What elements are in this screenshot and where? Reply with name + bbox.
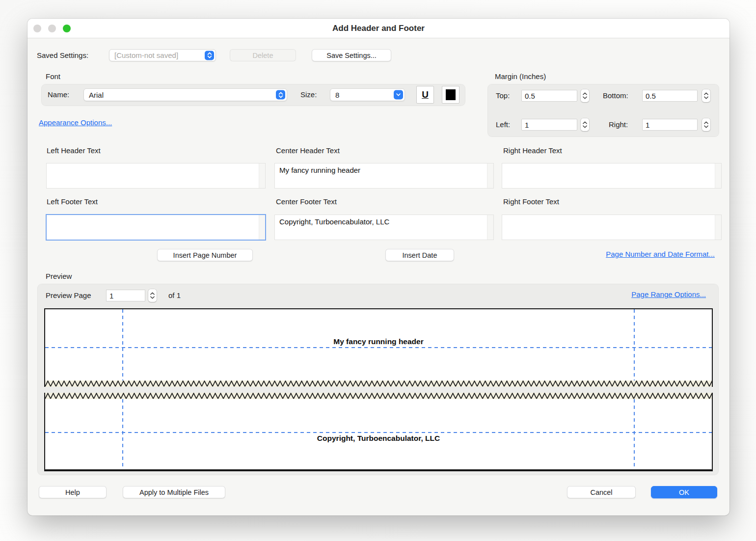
- saved-settings-label: Saved Settings:: [37, 51, 88, 59]
- delete-button[interactable]: Delete: [230, 49, 296, 61]
- left-header-textarea[interactable]: [46, 163, 266, 189]
- margin-section-label: Margin (Inches): [495, 72, 546, 81]
- margin-left-label: Left:: [496, 120, 510, 129]
- torn-edge-icon: [45, 393, 712, 399]
- font-size-value: 8: [335, 91, 339, 99]
- preview-section-label: Preview: [46, 272, 72, 280]
- help-button[interactable]: Help: [39, 486, 107, 498]
- saved-settings-select[interactable]: [Custom-not saved]: [109, 49, 216, 61]
- window-title: Add Header and Footer: [27, 19, 729, 38]
- cancel-button[interactable]: Cancel: [567, 486, 636, 498]
- font-name-value: Arial: [89, 91, 104, 99]
- scrollbar-track: [259, 215, 265, 240]
- preview-page-stepper[interactable]: [148, 289, 157, 302]
- ok-button[interactable]: OK: [651, 486, 717, 498]
- preview-groupbox: Preview Page of 1 Page Range Options... …: [37, 284, 719, 475]
- right-header-label: Right Header Text: [503, 146, 562, 155]
- preview-of-label: of 1: [168, 291, 181, 299]
- right-footer-textarea[interactable]: [502, 215, 722, 240]
- margin-top-input[interactable]: [521, 90, 577, 102]
- center-header-value: My fancy running header: [279, 166, 360, 174]
- margin-bottom-stepper[interactable]: [702, 89, 710, 102]
- preview-page-bottom: Copyright, Turboencabulator, LLC: [44, 393, 713, 471]
- top-margin-guide: [45, 347, 712, 348]
- center-footer-label: Center Footer Text: [276, 197, 337, 206]
- font-size-select[interactable]: 8: [330, 88, 405, 101]
- margin-right-input[interactable]: [642, 119, 698, 131]
- font-name-label: Name:: [48, 90, 69, 99]
- page-number-date-format-link[interactable]: Page Number and Date Format...: [606, 250, 715, 258]
- saved-settings-value: [Custom-not saved]: [114, 51, 178, 59]
- margin-left-input[interactable]: [521, 119, 577, 131]
- apply-to-multiple-files-button[interactable]: Apply to Multiple Files: [123, 486, 225, 498]
- chevron-down-icon: [394, 90, 403, 100]
- margin-left-stepper[interactable]: [581, 118, 589, 131]
- font-size-label: Size:: [300, 90, 317, 99]
- maximize-icon[interactable]: [63, 25, 71, 32]
- preview-page-input[interactable]: [106, 290, 145, 301]
- center-header-label: Center Header Text: [276, 146, 340, 155]
- left-footer-textarea[interactable]: [46, 215, 266, 240]
- preview-page-label: Preview Page: [46, 291, 91, 299]
- underline-button[interactable]: U: [416, 86, 434, 104]
- close-icon[interactable]: [33, 25, 41, 32]
- appearance-options-link[interactable]: Appearance Options...: [39, 118, 112, 127]
- minimize-icon[interactable]: [48, 25, 56, 32]
- margin-bottom-label: Bottom:: [603, 91, 628, 100]
- font-section-label: Font: [46, 72, 60, 81]
- insert-date-button[interactable]: Insert Date: [385, 249, 454, 261]
- preview-page-top: My fancy running header: [44, 308, 713, 387]
- insert-page-number-button[interactable]: Insert Page Number: [157, 249, 253, 261]
- save-settings-button[interactable]: Save Settings...: [312, 49, 391, 61]
- torn-edge-icon: [45, 380, 712, 387]
- font-color-button[interactable]: [442, 86, 459, 104]
- left-header-label: Left Header Text: [47, 146, 101, 155]
- margin-top-stepper[interactable]: [581, 89, 589, 102]
- center-header-textarea[interactable]: My fancy running header: [274, 163, 494, 189]
- margin-right-label: Right:: [609, 120, 628, 129]
- right-footer-label: Right Footer Text: [503, 197, 559, 206]
- center-footer-value: Copyright, Turboencabulator, LLC: [279, 217, 389, 226]
- scrollbar-track: [487, 163, 493, 188]
- scrollbar-track: [715, 215, 721, 240]
- margin-bottom-input[interactable]: [642, 90, 698, 102]
- popup-chevrons-icon: [205, 51, 214, 60]
- font-groupbox: Name: Arial Size: 8 U: [41, 84, 465, 106]
- popup-chevrons-icon: [276, 90, 285, 100]
- right-header-textarea[interactable]: [502, 163, 722, 189]
- desktop-backdrop: Add Header and Footer Saved Settings: [C…: [0, 0, 756, 541]
- titlebar: Add Header and Footer: [27, 19, 729, 38]
- bottom-margin-guide: [45, 432, 712, 433]
- scrollbar-track: [487, 215, 493, 240]
- left-footer-label: Left Footer Text: [47, 197, 98, 206]
- scrollbar-track: [259, 163, 265, 188]
- add-header-footer-dialog: Add Header and Footer Saved Settings: [C…: [27, 19, 729, 515]
- margin-right-stepper[interactable]: [702, 118, 710, 131]
- color-swatch-icon: [446, 89, 456, 100]
- underline-icon: U: [422, 89, 429, 100]
- center-footer-textarea[interactable]: Copyright, Turboencabulator, LLC: [274, 215, 494, 240]
- margin-groupbox: Top: Bottom: Left: Right:: [487, 84, 719, 137]
- font-name-select[interactable]: Arial: [83, 88, 287, 101]
- preview-header-text: My fancy running header: [45, 337, 712, 346]
- page-range-options-link[interactable]: Page Range Options...: [631, 290, 706, 298]
- preview-footer-text: Copyright, Turboencabulator, LLC: [45, 434, 712, 443]
- scrollbar-track: [715, 163, 721, 188]
- margin-top-label: Top:: [496, 91, 510, 100]
